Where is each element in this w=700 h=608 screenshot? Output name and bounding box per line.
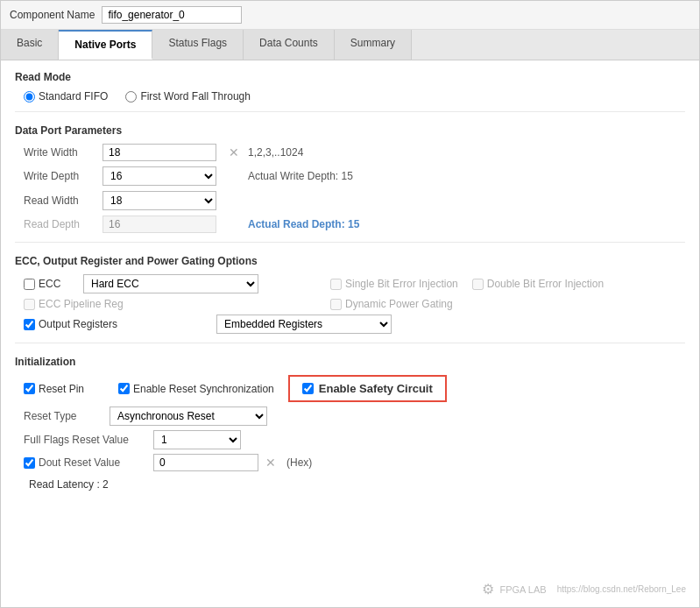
full-flags-row: Full Flags Reset Value 1 0 [24,430,685,449]
watermark-text: FPGA LAB [499,584,546,595]
standard-fifo-radio[interactable] [24,91,35,103]
double-bit-error-text: Double Bit Error Injection [487,278,604,290]
enable-reset-sync-text: Enable Reset Synchronization [133,383,274,395]
dynamic-power-checkbox[interactable] [330,299,342,310]
read-mode-section: Read Mode Standard FIFO First Word Fall … [15,71,685,112]
output-reg-type-select[interactable]: Embedded Registers Fabric Registers No R… [216,315,392,334]
output-reg-checkbox[interactable] [24,319,35,330]
output-reg-checkbox-label[interactable]: Output Registers [24,318,129,330]
ecc-type-select[interactable]: Hard ECC Soft ECC No ECC [83,274,258,293]
watermark: ⚙ FPGA LAB https://blog.csdn.net/Reborn_… [482,581,686,597]
dout-reset-hint: (Hex) [286,456,312,469]
standard-fifo-option[interactable]: Standard FIFO [24,90,108,103]
reset-type-label: Reset Type [24,410,103,422]
component-name-input[interactable] [102,6,242,24]
single-bit-error-text: Single Bit Error Injection [345,278,458,290]
data-port-section: Data Port Parameters Write Width ✕ 1,2,3… [15,124,685,243]
ecc-label: ECC [39,278,60,290]
tab-bar: Basic Native Ports Status Flags Data Cou… [1,30,699,60]
dout-reset-clear-icon[interactable]: ✕ [265,456,276,470]
tab-summary[interactable]: Summary [335,30,412,60]
write-depth-select[interactable]: 16 [103,166,216,186]
initialization-section: Initialization Reset Pin Enable Reset Sy… [15,356,685,471]
full-flags-select[interactable]: 1 0 [153,430,241,449]
read-mode-title: Read Mode [15,71,685,83]
dout-reset-checkbox[interactable] [24,457,35,469]
dynamic-power-text: Dynamic Power Gating [345,298,453,310]
tab-native-ports[interactable]: Native Ports [59,30,152,60]
pipeline-reg-label[interactable]: ECC Pipeline Reg [24,298,124,310]
read-width-select[interactable]: 18 [103,191,216,210]
watermark-url: https://blog.csdn.net/Reborn_Lee [557,584,686,594]
double-bit-error-label[interactable]: Double Bit Error Injection [472,278,604,290]
enable-safety-circuit-checkbox[interactable] [302,383,314,394]
reset-type-select[interactable]: Asynchronous Reset Synchronous Reset [110,407,267,426]
read-depth-hint: Actual Read Depth: 15 [243,218,685,230]
write-width-label: Write Width [24,146,103,159]
dout-reset-input[interactable] [153,454,258,471]
full-flags-label: Full Flags Reset Value [24,434,146,446]
write-width-clear-icon[interactable]: ✕ [225,145,243,159]
read-depth-input [103,216,216,233]
pipeline-reg-checkbox[interactable] [24,299,35,310]
data-port-title: Data Port Parameters [15,124,685,137]
reset-pin-text: Reset Pin [39,383,84,395]
standard-fifo-label: Standard FIFO [39,90,108,103]
write-depth-hint: Actual Write Depth: 15 [243,170,685,182]
enable-reset-sync-label[interactable]: Enable Reset Synchronization [118,383,274,395]
ecc-section: ECC, Output Register and Power Gating Op… [15,255,685,343]
initialization-title: Initialization [15,356,685,368]
tab-basic[interactable]: Basic [1,30,59,60]
reset-pin-checkbox[interactable] [24,383,35,394]
enable-safety-circuit-box: Enable Safety Circuit [288,375,447,402]
single-bit-error-checkbox[interactable] [330,279,342,290]
pipeline-reg-text: ECC Pipeline Reg [39,298,124,310]
first-word-fallthrough-label: First Word Fall Through [140,90,251,103]
first-word-fallthrough-radio[interactable] [125,91,137,103]
reset-pin-label[interactable]: Reset Pin [24,383,103,395]
read-depth-label: Read Depth [24,218,103,230]
ecc-checkbox[interactable] [24,279,35,290]
dout-reset-label-text: Dout Reset Value [39,456,120,469]
first-word-fallthrough-option[interactable]: First Word Fall Through [125,90,251,103]
watermark-icon: ⚙ [482,581,494,597]
dout-reset-row: Dout Reset Value ✕ (Hex) [24,454,685,471]
ecc-checkbox-label[interactable]: ECC [24,278,76,290]
tab-status-flags[interactable]: Status Flags [152,30,244,60]
reset-type-row: Reset Type Asynchronous Reset Synchronou… [24,407,685,426]
single-bit-error-label[interactable]: Single Bit Error Injection [330,278,458,290]
write-width-hint: 1,2,3,..1024 [243,146,685,159]
write-width-input[interactable] [103,144,216,161]
dout-reset-checkbox-label[interactable]: Dout Reset Value [24,456,146,469]
output-reg-text: Output Registers [39,318,117,330]
dynamic-power-label[interactable]: Dynamic Power Gating [330,298,453,310]
enable-safety-circuit-label[interactable]: Enable Safety Circuit [302,382,433,395]
ecc-section-title: ECC, Output Register and Power Gating Op… [15,255,685,267]
tab-data-counts[interactable]: Data Counts [244,30,335,60]
write-depth-label: Write Depth [24,170,103,182]
read-latency: Read Latency : 2 [29,478,685,491]
read-width-label: Read Width [24,194,103,207]
enable-reset-sync-checkbox[interactable] [118,383,130,394]
enable-safety-circuit-text: Enable Safety Circuit [319,382,433,395]
double-bit-error-checkbox[interactable] [472,279,484,290]
component-name-label: Component Name [10,9,95,21]
